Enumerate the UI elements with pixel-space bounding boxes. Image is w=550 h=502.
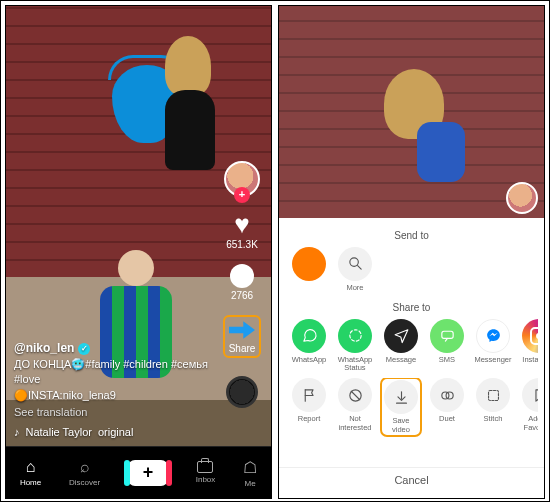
nav-home[interactable]: ⌂Home — [20, 458, 41, 487]
share-messenger[interactable]: Messenger — [473, 319, 513, 373]
feed-screen: ♥ 651.3K 2766 Share @niko_len ✓ ДО КОНЦА… — [5, 5, 272, 499]
insta-text: 🟠INSTA:niko_lena9 — [14, 388, 211, 403]
send-to-row: More — [285, 247, 538, 298]
svg-point-7 — [446, 392, 453, 399]
like-count: 651.3K — [226, 239, 258, 250]
stitch-icon — [476, 378, 510, 412]
search-icon — [338, 247, 372, 281]
sound-row[interactable]: ♪ Natalie Taylor original — [14, 425, 211, 440]
report-icon — [292, 378, 326, 412]
action-rail-peek — [506, 182, 538, 214]
author-avatar[interactable] — [224, 161, 260, 197]
profile-icon: ☖ — [243, 458, 257, 477]
comment-icon — [230, 264, 254, 288]
bottom-nav: ⌂Home ⌕Discover + Inbox ☖Me — [6, 446, 271, 498]
feed-video[interactable]: ♥ 651.3K 2766 Share @niko_len ✓ ДО КОНЦА… — [6, 6, 271, 498]
send-to-heading: Send to — [285, 230, 538, 241]
whatsapp-status-icon — [338, 319, 372, 353]
download-icon — [384, 380, 418, 414]
duet-icon — [430, 378, 464, 412]
svg-point-0 — [349, 258, 358, 267]
action-favorite[interactable]: Add to Favorites — [519, 378, 538, 436]
sound-disc[interactable] — [226, 376, 258, 408]
not-interested-icon — [338, 378, 372, 412]
share-actions-row: Report Not interested Save video Duet St… — [285, 378, 538, 442]
action-rail: ♥ 651.3K 2766 Share — [219, 161, 265, 408]
share-button[interactable]: Share — [223, 315, 262, 358]
share-apps-row: WhatsApp WhatsApp Status Message SMS Mes… — [285, 319, 538, 379]
share-whatsapp[interactable]: WhatsApp — [289, 319, 329, 373]
action-stitch[interactable]: Stitch — [473, 378, 513, 436]
inbox-icon — [197, 461, 213, 473]
caption-text: ДО КОНЦА🥶#family #children #семья #love — [14, 357, 211, 388]
instagram-icon — [522, 319, 538, 353]
home-icon: ⌂ — [26, 458, 36, 476]
svg-point-2 — [349, 330, 360, 341]
sound-suffix: original — [98, 425, 133, 440]
nav-discover[interactable]: ⌕Discover — [69, 458, 100, 487]
video-peek — [279, 6, 544, 218]
heart-icon: ♥ — [234, 211, 249, 237]
nav-inbox[interactable]: Inbox — [196, 461, 216, 484]
share-instagram[interactable]: Instagram — [519, 319, 538, 373]
svg-line-1 — [357, 266, 361, 270]
comment-button[interactable]: 2766 — [230, 264, 254, 301]
send-more[interactable]: More — [335, 247, 375, 292]
action-save-video[interactable]: Save video — [381, 378, 421, 436]
nav-me[interactable]: ☖Me — [243, 458, 257, 488]
share-sheet: Send to More Share to WhatsApp WhatsApp … — [279, 218, 544, 498]
author-avatar[interactable] — [506, 182, 538, 214]
action-duet[interactable]: Duet — [427, 378, 467, 436]
music-note-icon: ♪ — [14, 425, 20, 440]
svg-line-5 — [351, 391, 360, 400]
share-to-heading: Share to — [285, 302, 538, 313]
share-sms[interactable]: SMS — [427, 319, 467, 373]
plus-icon: + — [128, 460, 168, 486]
share-sheet-screen: Send to More Share to WhatsApp WhatsApp … — [278, 5, 545, 499]
cancel-button[interactable]: Cancel — [279, 467, 544, 492]
messenger-icon — [476, 319, 510, 353]
share-whatsapp-status[interactable]: WhatsApp Status — [335, 319, 375, 373]
nav-create[interactable]: + — [128, 460, 168, 486]
message-icon — [384, 319, 418, 353]
share-icon — [229, 319, 255, 341]
sms-icon — [430, 319, 464, 353]
share-label: Share — [229, 343, 256, 354]
child-figure — [417, 122, 465, 182]
discover-icon: ⌕ — [80, 458, 90, 476]
bookmark-icon — [522, 378, 538, 412]
whatsapp-icon — [292, 319, 326, 353]
send-contact[interactable] — [289, 247, 329, 292]
caption-area: @niko_len ✓ ДО КОНЦА🥶#family #children #… — [14, 340, 211, 440]
svg-rect-8 — [488, 390, 498, 400]
android-softkeys — [6, 498, 271, 499]
action-not-interested[interactable]: Not interested — [335, 378, 375, 436]
like-button[interactable]: ♥ 651.3K — [226, 211, 258, 250]
sound-title: Natalie Taylor — [26, 425, 92, 440]
author-handle: @niko_len — [14, 340, 74, 357]
share-message[interactable]: Message — [381, 319, 421, 373]
svg-rect-3 — [441, 332, 452, 339]
author-row[interactable]: @niko_len ✓ — [14, 340, 211, 357]
see-translation[interactable]: See translation — [14, 405, 211, 420]
verified-icon: ✓ — [78, 343, 90, 355]
comment-count: 2766 — [231, 290, 253, 301]
contact-avatar-icon — [292, 247, 326, 281]
action-report[interactable]: Report — [289, 378, 329, 436]
